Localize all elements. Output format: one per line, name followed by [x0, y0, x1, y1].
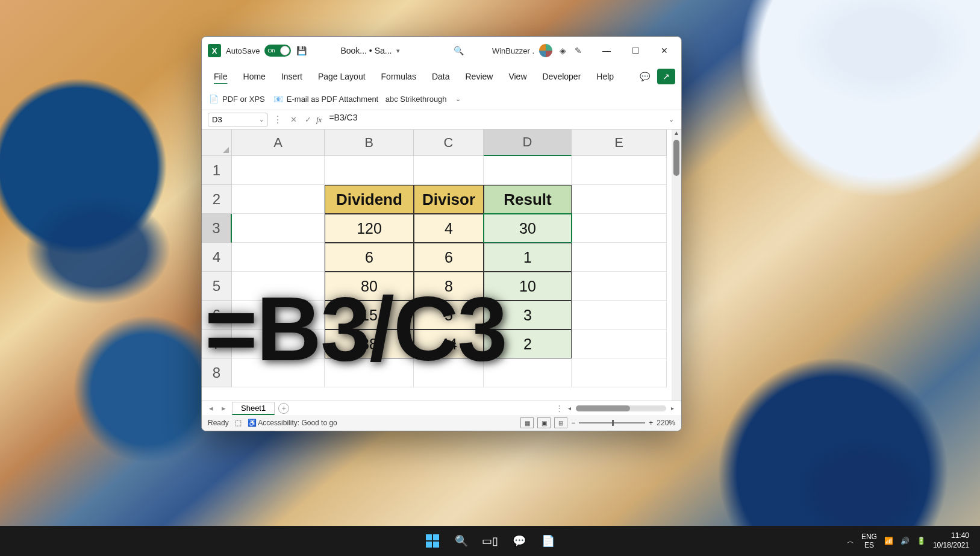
- col-header-d[interactable]: D: [484, 130, 572, 156]
- cell-b8[interactable]: [325, 358, 414, 387]
- tab-view[interactable]: View: [502, 69, 532, 84]
- cell-c5[interactable]: 8: [414, 272, 484, 301]
- user-name[interactable]: WinBuzzer .: [492, 46, 534, 55]
- cell-a8[interactable]: [232, 358, 325, 387]
- cell-c3[interactable]: 4: [414, 214, 484, 243]
- row-header-4[interactable]: 4: [202, 243, 232, 272]
- cell-a3[interactable]: [232, 214, 325, 243]
- accessibility-status[interactable]: ♿ Accessibility: Good to go: [248, 419, 337, 427]
- tab-page-layout[interactable]: Page Layout: [312, 69, 372, 84]
- cell-c6[interactable]: 5: [414, 301, 484, 330]
- tab-help[interactable]: Help: [590, 69, 620, 84]
- row-header-3[interactable]: 3: [202, 214, 232, 243]
- tab-insert[interactable]: Insert: [275, 69, 308, 84]
- zoom-out-button[interactable]: −: [571, 419, 575, 427]
- cell-d4[interactable]: 1: [484, 243, 572, 272]
- zoom-in-button[interactable]: +: [649, 419, 653, 427]
- cell-a5[interactable]: [232, 272, 325, 301]
- row-header-2[interactable]: 2: [202, 185, 232, 214]
- cell-d5[interactable]: 10: [484, 272, 572, 301]
- cancel-formula-icon[interactable]: ✕: [287, 114, 299, 126]
- tab-review[interactable]: Review: [460, 69, 499, 84]
- cell-d2[interactable]: Result: [484, 185, 572, 214]
- cell-c8[interactable]: [414, 358, 484, 387]
- file-explorer-icon[interactable]: 📄: [535, 529, 561, 552]
- cell-e2[interactable]: [572, 185, 667, 214]
- taskbar-search-icon[interactable]: 🔍: [449, 529, 474, 552]
- qat-email-pdf[interactable]: 📧E-mail as PDF Attachment: [273, 95, 378, 104]
- row-header-5[interactable]: 5: [202, 272, 232, 301]
- tray-chevron-icon[interactable]: ︿: [847, 536, 854, 546]
- cell-b4[interactable]: 6: [325, 243, 414, 272]
- cell-a1[interactable]: [232, 156, 325, 185]
- row-header-7[interactable]: 7: [202, 330, 232, 358]
- wifi-icon[interactable]: 📶: [884, 537, 893, 545]
- row-header-8[interactable]: 8: [202, 358, 232, 387]
- sheet-nav-prev[interactable]: ◂: [207, 404, 216, 413]
- tab-home[interactable]: Home: [237, 69, 272, 84]
- sheet-tab-1[interactable]: Sheet1: [232, 402, 275, 415]
- cell-b1[interactable]: [325, 156, 414, 185]
- search-icon[interactable]: 🔍: [454, 45, 464, 56]
- cell-d1[interactable]: [484, 156, 572, 185]
- chat-icon[interactable]: 💬: [507, 529, 532, 552]
- col-header-a[interactable]: A: [232, 130, 325, 156]
- col-header-c[interactable]: C: [414, 130, 484, 156]
- cell-a6[interactable]: [232, 301, 325, 330]
- chevron-down-icon[interactable]: ⌄: [259, 116, 264, 123]
- tab-formulas[interactable]: Formulas: [375, 69, 422, 84]
- name-box[interactable]: D3⌄: [208, 113, 268, 127]
- enter-formula-icon[interactable]: ✓: [302, 114, 314, 126]
- vscroll-thumb[interactable]: [673, 140, 679, 176]
- qat-dropdown-icon[interactable]: ⌄: [455, 95, 461, 103]
- cell-c2[interactable]: Divisor: [414, 185, 484, 214]
- cell-a2[interactable]: [232, 185, 325, 214]
- add-sheet-button[interactable]: +: [278, 403, 289, 414]
- minimize-button[interactable]: —: [593, 42, 620, 60]
- cell-c4[interactable]: 6: [414, 243, 484, 272]
- horizontal-scrollbar[interactable]: ⋮ ◂ ▸: [555, 404, 676, 413]
- fx-icon[interactable]: fx: [316, 115, 322, 125]
- pen-icon[interactable]: ✎: [573, 45, 584, 56]
- comments-icon[interactable]: 💬: [635, 69, 654, 84]
- zoom-slider[interactable]: [579, 422, 645, 423]
- cell-e7[interactable]: [572, 330, 667, 358]
- title-dropdown-icon[interactable]: ▾: [396, 47, 400, 55]
- col-header-e[interactable]: E: [572, 130, 667, 156]
- view-normal-icon[interactable]: ▦: [520, 417, 534, 428]
- cell-b5[interactable]: 80: [325, 272, 414, 301]
- select-all-corner[interactable]: [202, 130, 232, 156]
- col-header-b[interactable]: B: [325, 130, 414, 156]
- view-page-break-icon[interactable]: ⊞: [554, 417, 567, 428]
- vertical-scrollbar[interactable]: ▲: [672, 130, 681, 401]
- sheet-nav-next[interactable]: ▸: [219, 404, 228, 413]
- hscroll-thumb[interactable]: [576, 405, 630, 411]
- battery-icon[interactable]: 🔋: [917, 537, 926, 545]
- cell-d3[interactable]: 30: [484, 214, 572, 243]
- autosave-toggle[interactable]: On: [264, 45, 291, 57]
- share-button[interactable]: ↗: [657, 69, 675, 84]
- user-avatar[interactable]: [539, 44, 552, 57]
- save-icon[interactable]: 💾: [296, 45, 307, 56]
- start-button[interactable]: [420, 529, 445, 552]
- cell-a4[interactable]: [232, 243, 325, 272]
- cell-d7[interactable]: 2: [484, 330, 572, 358]
- cell-c1[interactable]: [414, 156, 484, 185]
- view-page-layout-icon[interactable]: ▣: [537, 417, 551, 428]
- cell-e3[interactable]: [572, 214, 667, 243]
- row-header-6[interactable]: 6: [202, 301, 232, 330]
- cell-b3[interactable]: 120: [325, 214, 414, 243]
- cell-b7[interactable]: 88: [325, 330, 414, 358]
- cell-d8[interactable]: [484, 358, 572, 387]
- expand-formula-icon[interactable]: ⌄: [666, 116, 676, 123]
- cell-b2[interactable]: Dividend: [325, 185, 414, 214]
- zoom-level[interactable]: 220%: [657, 419, 675, 427]
- document-title[interactable]: Book... • Sa...: [340, 46, 392, 55]
- formula-input[interactable]: =B3/C3: [324, 113, 664, 127]
- cell-a7[interactable]: [232, 330, 325, 358]
- row-header-1[interactable]: 1: [202, 156, 232, 185]
- clock[interactable]: 11:4010/18/2021: [933, 531, 969, 550]
- tab-data[interactable]: Data: [426, 69, 456, 84]
- cell-e5[interactable]: [572, 272, 667, 301]
- close-button[interactable]: ✕: [651, 42, 678, 60]
